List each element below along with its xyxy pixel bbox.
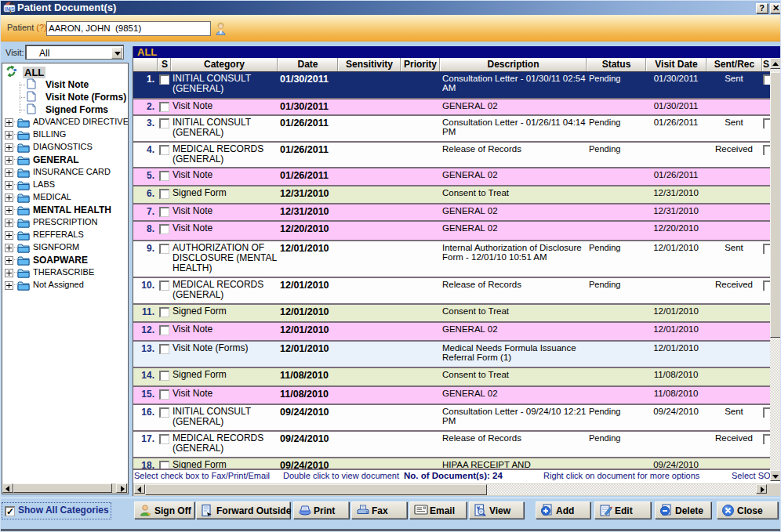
svg-text:IMS: IMS [5, 5, 15, 13]
